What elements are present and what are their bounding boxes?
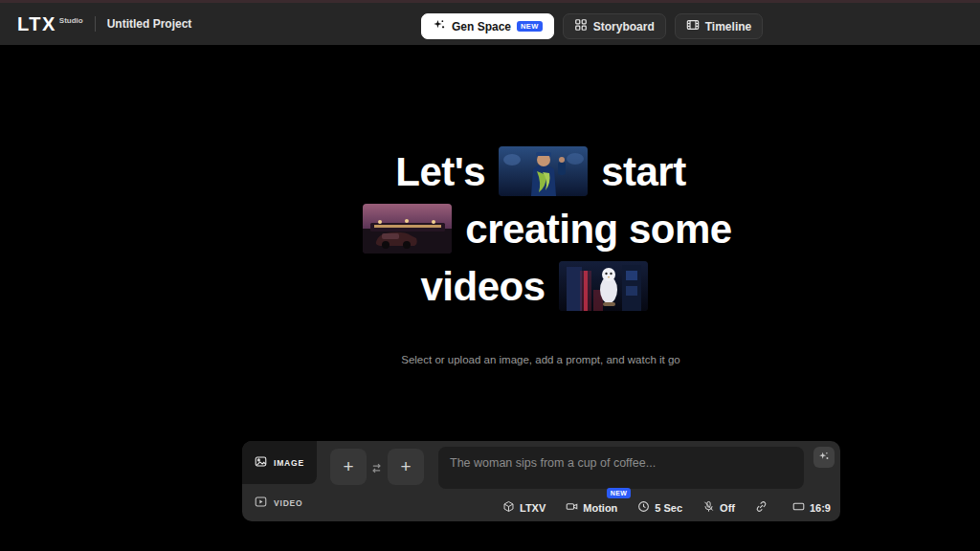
main-nav-tabs: Gen Space NEW Storyboard Timeline	[421, 13, 763, 39]
media-tab-video[interactable]: VIDEO	[242, 492, 317, 515]
hero-text: Let's	[395, 149, 485, 194]
add-image-slot-2-button[interactable]: +	[388, 449, 424, 485]
hero-line-1: Let's start	[51, 143, 980, 201]
enhance-prompt-button[interactable]	[813, 447, 835, 468]
model-selector[interactable]: LTXV	[502, 500, 546, 515]
prompt-composer-panel: IMAGE VIDEO + + LTXV Motion NEW	[242, 441, 840, 521]
image-icon	[255, 454, 267, 472]
mic-off-icon	[702, 500, 715, 515]
app-header: LTX Studio Untitled Project Gen Space NE…	[0, 3, 980, 45]
hero-text: creating some	[465, 207, 731, 252]
header-divider	[95, 16, 96, 32]
hero-line-3: videos	[51, 258, 980, 316]
new-badge: NEW	[607, 488, 632, 498]
owl-neon-clip-thumbnail[interactable]	[559, 261, 648, 311]
video-camera-icon	[566, 500, 578, 515]
media-tab-label: VIDEO	[274, 498, 302, 508]
prompt-input[interactable]	[438, 447, 804, 489]
sparkle-icon	[818, 451, 830, 465]
logo-area[interactable]: LTX Studio	[17, 13, 83, 35]
new-badge: NEW	[517, 21, 543, 33]
setting-label: Off	[720, 502, 735, 514]
sparkle-icon	[433, 18, 446, 34]
logo-studio-label: Studio	[59, 16, 83, 25]
hero-text: videos	[420, 264, 545, 309]
swap-arrows-icon[interactable]	[370, 461, 383, 474]
ltx-logo: LTX	[17, 13, 56, 35]
motion-selector[interactable]: Motion NEW	[566, 500, 617, 515]
ltx-studio-app: { "colors": { "accent_blue": "#2b5bf7", …	[0, 0, 980, 551]
link-settings-button[interactable]	[755, 500, 772, 515]
audio-toggle[interactable]: Off	[702, 500, 735, 515]
model-cube-icon	[502, 500, 515, 515]
setting-label: 16:9	[810, 502, 831, 514]
setting-label: LTXV	[520, 502, 546, 514]
clock-icon	[637, 500, 650, 515]
duration-selector[interactable]: 5 Sec	[637, 500, 682, 515]
setting-label: Motion	[583, 502, 617, 514]
generation-settings-row: LTXV Motion NEW 5 Sec Off	[502, 500, 831, 515]
tab-timeline[interactable]: Timeline	[675, 13, 763, 39]
aspect-ratio-icon	[792, 500, 805, 515]
media-tab-image[interactable]: IMAGE	[242, 441, 317, 484]
tab-label: Gen Space	[452, 20, 511, 33]
link-icon	[755, 500, 768, 515]
tab-label: Storyboard	[593, 20, 655, 33]
retro-car-diner-clip-thumbnail[interactable]	[363, 204, 452, 253]
add-image-slot-1-button[interactable]: +	[330, 449, 367, 485]
grid-icon	[574, 18, 588, 34]
aspect-ratio-selector[interactable]: 16:9	[792, 500, 831, 515]
tab-label: Timeline	[705, 20, 751, 33]
filmstrip-icon	[686, 18, 700, 34]
hero-text: start	[601, 149, 686, 194]
media-tab-label: IMAGE	[274, 458, 304, 468]
tab-gen-space[interactable]: Gen Space NEW	[421, 13, 554, 39]
project-name[interactable]: Untitled Project	[107, 17, 192, 31]
hero-line-2: creating some	[51, 201, 980, 258]
hero-section: Let's start creating some	[51, 143, 980, 377]
tab-storyboard[interactable]: Storyboard	[563, 13, 666, 39]
flight-attendant-clip-thumbnail[interactable]	[499, 146, 588, 196]
hero-subtitle: Select or upload an image, add a prompt,…	[51, 354, 980, 365]
video-icon	[255, 495, 267, 512]
setting-label: 5 Sec	[655, 502, 682, 514]
